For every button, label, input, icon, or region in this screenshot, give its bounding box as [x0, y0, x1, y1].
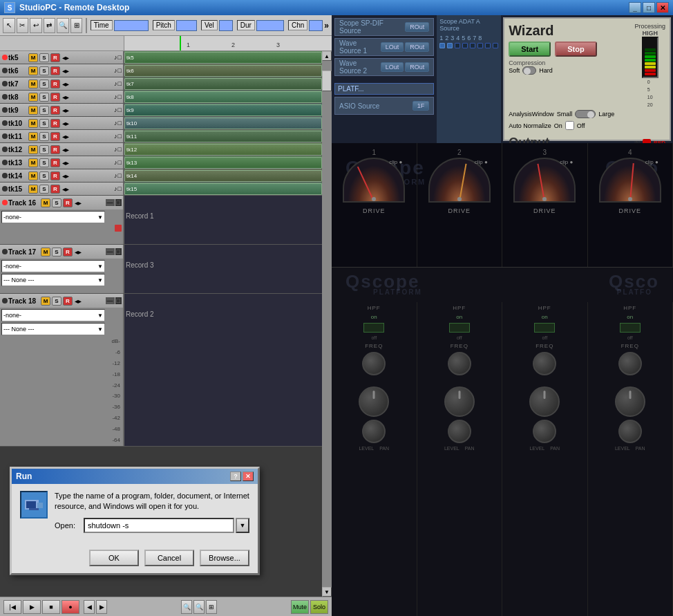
rec-btn-tk11[interactable]: R	[50, 132, 60, 141]
chn-bar[interactable]	[309, 20, 323, 31]
track-16-channel-select[interactable]: -none- ▼	[1, 211, 105, 223]
rec-btn-tk15[interactable]: R	[50, 185, 60, 194]
scroll-thumb[interactable]	[322, 71, 332, 91]
adat-ch-6[interactable]: 6	[467, 35, 471, 41]
level-knob-1[interactable]	[359, 386, 389, 417]
expand-18[interactable]: —	[106, 297, 115, 304]
mute-btn-tk15[interactable]: M	[28, 185, 38, 194]
run-help-btn[interactable]: ?	[230, 472, 241, 481]
rewind-btn[interactable]: |◀	[3, 600, 21, 614]
adat-ch-4[interactable]: 4	[456, 35, 459, 41]
analysis-slider[interactable]	[575, 110, 596, 118]
arrow-18[interactable]: ◂▸	[75, 297, 82, 305]
adat-dot-5[interactable]	[470, 43, 475, 48]
mute-btn-tk11[interactable]: M	[28, 132, 38, 141]
solo-btn-tk15[interactable]: S	[39, 185, 49, 194]
solo-btn-tk7[interactable]: S	[39, 80, 49, 88]
arrow-tk14[interactable]: ◂▸	[62, 172, 69, 180]
adat-dot-1[interactable]	[439, 43, 445, 48]
track-18-none-select[interactable]: --- None --- ▼	[1, 323, 105, 335]
pan-knob-4[interactable]	[618, 420, 642, 443]
adat-ch-2[interactable]: 2	[445, 35, 448, 41]
rec-btn-tk8[interactable]: R	[50, 93, 60, 102]
level-knob-4[interactable]	[615, 386, 645, 417]
rec-btn-tk9[interactable]: R	[50, 106, 60, 115]
minimize-button[interactable]: _	[629, 2, 641, 13]
tool-btn-6[interactable]: ⊞	[70, 18, 83, 33]
expand-btn[interactable]: »	[324, 21, 329, 30]
adat-ch-3[interactable]: 3	[451, 35, 454, 41]
rec-btn-tk10[interactable]: R	[50, 119, 60, 128]
freq-knob-4[interactable]	[618, 352, 642, 375]
arrow-17[interactable]: ◂▸	[75, 248, 82, 256]
solo-btn-tk8[interactable]: S	[39, 93, 49, 102]
autonorm-checkbox[interactable]	[565, 121, 574, 130]
arrow-tk6[interactable]: ◂▸	[62, 67, 69, 75]
expand-17[interactable]: —	[106, 248, 115, 255]
adat-dot-8[interactable]	[493, 43, 498, 48]
close-button[interactable]: ✕	[656, 2, 669, 13]
solo-btn-tk12[interactable]: S	[39, 145, 49, 154]
rec-btn-tk5[interactable]: R	[50, 53, 60, 62]
mute-btn-tk5[interactable]: M	[28, 53, 38, 62]
zoom-fit-btn[interactable]: ⊞	[206, 600, 217, 614]
adat-dot-3[interactable]	[455, 43, 460, 48]
adat-ch-8[interactable]: 8	[478, 35, 482, 41]
mute-btn-17[interactable]: M	[41, 248, 50, 256]
rec-btn-17[interactable]: R	[63, 248, 73, 256]
adat-dot-2[interactable]	[447, 43, 453, 48]
arrow-tk11[interactable]: ◂▸	[62, 133, 69, 140]
arrow-tk7[interactable]: ◂▸	[62, 80, 69, 88]
solo-btn-tk11[interactable]: S	[39, 132, 49, 141]
run-dropdown-btn[interactable]: ▼	[236, 518, 249, 533]
asio-btn[interactable]: 1F	[413, 101, 430, 111]
rec-btn-tk12[interactable]: R	[50, 145, 60, 154]
pan-knob-1[interactable]	[362, 420, 386, 443]
wave1-rout-btn[interactable]: ROut	[405, 42, 429, 52]
pan-knob-2[interactable]	[448, 420, 471, 443]
arrow-tk13[interactable]: ◂▸	[62, 159, 69, 167]
wave2-rout-btn[interactable]: ROut	[405, 62, 429, 72]
mute-btn-16[interactable]: M	[41, 198, 50, 207]
track-18-channel-select[interactable]: -none- ▼	[1, 309, 105, 321]
track-17-channel-select[interactable]: -none- ▼	[1, 260, 105, 272]
arrow-tk15[interactable]: ◂▸	[62, 185, 69, 193]
expand-16[interactable]: —	[106, 199, 115, 206]
solo-btn-tk13[interactable]: S	[39, 158, 49, 167]
toggle-btn-1[interactable]	[363, 323, 384, 333]
mute-btn-tk7[interactable]: M	[28, 80, 38, 88]
rec-btn-tk7[interactable]: R	[50, 80, 60, 88]
toggle-btn-4[interactable]	[620, 323, 641, 333]
mute-btn-tk12[interactable]: M	[28, 145, 38, 154]
spdif-rout-btn[interactable]: ROut	[405, 22, 429, 32]
wave2-lout-btn[interactable]: LOut	[381, 62, 404, 72]
pan-knob-3[interactable]	[533, 420, 556, 443]
arrow-16[interactable]: ◂▸	[75, 199, 82, 207]
mute-btn-tk9[interactable]: M	[28, 106, 38, 115]
solo-transport-btn[interactable]: Solo	[310, 600, 328, 614]
mute-btn-tk6[interactable]: M	[28, 66, 38, 75]
level-knob-2[interactable]	[444, 386, 475, 417]
mute-btn-18[interactable]: M	[41, 297, 50, 306]
rec-btn-tk13[interactable]: R	[50, 158, 60, 167]
run-cancel-btn[interactable]: Cancel	[144, 550, 194, 566]
level-knob-3[interactable]	[529, 386, 560, 417]
wizard-start-btn[interactable]: Start	[509, 41, 551, 57]
solo-btn-tk5[interactable]: S	[39, 53, 49, 62]
arrow-tk8[interactable]: ◂▸	[62, 93, 69, 101]
adat-ch-5[interactable]: 5	[462, 35, 465, 41]
solo-btn-tk9[interactable]: S	[39, 106, 49, 115]
wizard-stop-btn[interactable]: Stop	[555, 41, 596, 57]
run-ok-btn[interactable]: OK	[89, 550, 139, 566]
toggle-btn-2[interactable]	[449, 323, 470, 333]
freq-knob-2[interactable]	[448, 352, 471, 375]
play-btn[interactable]: ▶	[23, 600, 41, 614]
adat-dot-6[interactable]	[477, 43, 483, 48]
tool-btn-4[interactable]: ⇄	[44, 18, 56, 33]
tool-btn-5[interactable]: 🔍	[57, 18, 69, 33]
solo-btn-18[interactable]: S	[52, 297, 61, 306]
freq-knob-1[interactable]	[362, 352, 386, 375]
rec-btn-16[interactable]: R	[63, 198, 73, 207]
tool-btn-2[interactable]: ✂	[17, 18, 29, 33]
zoom-in-btn[interactable]: 🔍	[181, 600, 192, 614]
